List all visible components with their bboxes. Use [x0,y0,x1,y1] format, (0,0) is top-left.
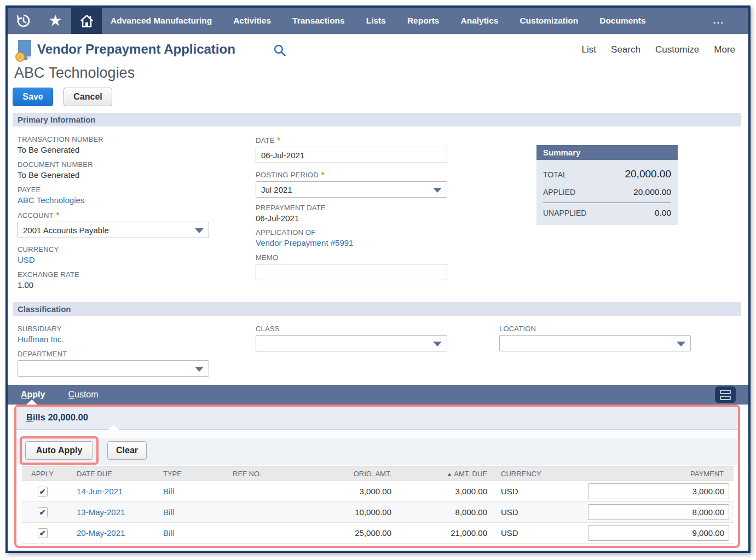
nav-item-activities[interactable]: Activities [233,16,271,26]
field-account: ACCOUNT* 2001 Accounts Payable [18,211,209,238]
amt-due-cell: 8,000.00 [397,502,493,523]
auto-apply-button[interactable]: Auto Apply [25,441,93,460]
apply-checkbox[interactable]: ✔ [38,507,48,517]
required-marker: * [278,136,281,145]
apply-checkbox[interactable]: ✔ [38,487,48,497]
nav-menu: Advanced Manufacturing Activities Transa… [111,16,646,26]
transaction-document-icon [15,39,34,65]
summary-header: Summary [536,145,678,160]
chevron-down-icon [677,342,685,347]
primary-information-section-header: Primary Information [13,113,741,126]
save-button[interactable]: Save [13,88,53,106]
chevron-down-icon [195,228,204,233]
column-ref-no[interactable]: REF NO. [216,466,309,481]
home-icon [79,14,94,28]
nav-item-reports[interactable]: Reports [407,16,440,26]
location-select[interactable] [499,335,691,351]
search-icon[interactable] [273,44,287,60]
date-input[interactable] [256,147,447,163]
field-subsidiary: SUBSIDIARY Huffman Inc. [18,325,64,344]
apply-checkbox[interactable]: ✔ [38,528,48,538]
summary-box: TOTAL 20,000.00 APPLIED 20,000.00 UNAPPL… [536,160,678,225]
nav-item-advanced-manufacturing[interactable]: Advanced Manufacturing [111,16,212,26]
summary-unapplied-label: UNAPPLIED [543,209,586,217]
column-orig-amt[interactable]: ORIG. AMT. [309,466,397,481]
amt-due-cell: 3,000.00 [397,481,493,502]
recent-records-icon[interactable] [8,8,39,34]
classification-section-header: Classification [13,302,741,316]
bill-type-link[interactable]: Bill [163,507,174,517]
memo-input[interactable] [256,264,447,280]
required-marker: * [321,170,325,179]
department-select[interactable] [18,360,209,377]
action-more[interactable]: More [714,44,735,55]
field-date: DATE* [256,136,447,163]
tab-custom[interactable]: Custom [68,390,98,400]
shortcuts-star-icon[interactable]: ★ [39,8,71,34]
summary-applied-value: 20,000.00 [633,187,671,197]
apply-tab-notch [26,400,37,405]
payment-input[interactable] [588,483,729,499]
column-date-due[interactable]: DATE DUE [63,466,151,481]
payment-input[interactable] [588,504,729,520]
column-currency[interactable]: CURRENCY [493,466,556,481]
checkmark-icon: ✔ [39,509,46,516]
nav-more-button[interactable]: ... [713,15,748,26]
cancel-button[interactable]: Cancel [64,88,112,106]
application-of-link[interactable]: Vendor Prepayment #5991 [256,238,353,247]
field-department: DEPARTMENT [18,350,209,377]
posting-period-select[interactable]: Jul 2021 [256,181,447,198]
action-customize[interactable]: Customize [655,44,699,55]
field-exchange-rate: EXCHANGE RATE 1.00 [18,270,79,290]
action-search[interactable]: Search [611,44,640,55]
orig-amt-cell: 3,000.00 [309,481,397,502]
nav-item-analytics[interactable]: Analytics [460,16,498,26]
checkmark-icon: ✔ [39,488,46,495]
account-select[interactable]: 2001 Accounts Payable [18,222,209,238]
payment-input[interactable] [588,525,729,541]
nav-item-lists[interactable]: Lists [366,16,386,26]
field-payee: PAYEE ABC Technologies [18,186,84,205]
payee-link[interactable]: ABC Technologies [18,195,84,205]
column-type[interactable]: TYPE [151,466,216,481]
bill-date-link[interactable]: 20-May-2021 [77,528,125,538]
nav-item-documents[interactable]: Documents [599,16,645,26]
currency-link[interactable]: USD [18,255,35,264]
subtab-bills[interactable]: Bills 20,000.00 [26,412,88,423]
column-amt-due[interactable]: ▲AMT. DUE [397,466,493,481]
tab-apply[interactable]: Apply [21,390,45,400]
field-currency: CURRENCY USD [18,245,59,264]
bill-date-link[interactable]: 14-Jun-2021 [77,487,123,496]
field-location: LOCATION [499,325,691,351]
bills-table-header-row: APPLY DATE DUE TYPE REF NO. ORIG. AMT. ▲… [22,466,734,481]
summary-unapplied-value: 0.00 [655,208,671,218]
summary-total-label: TOTAL [543,170,567,179]
bill-date-link[interactable]: 13-May-2021 [77,507,125,517]
class-select[interactable] [256,335,447,351]
summary-total-value: 20,000.00 [625,168,671,180]
field-prepayment-date: PREPAYMENT DATE 06-Jul-2021 [256,204,326,223]
nav-item-transactions[interactable]: Transactions [292,16,345,26]
list-view-toggle-icon[interactable] [715,386,736,403]
bill-type-link[interactable]: Bill [163,528,174,538]
bills-strip-spacer [16,430,738,438]
nav-item-customization[interactable]: Customization [520,16,578,26]
field-class: CLASS [256,325,447,351]
home-tab[interactable] [71,8,102,34]
chevron-down-icon [433,342,442,347]
currency-cell: USD [493,523,556,544]
field-document-number: DOCUMENT NUMBER To Be Generated [18,160,93,180]
field-memo: MEMO [256,253,447,280]
clear-button[interactable]: Clear [107,441,147,460]
subsidiary-link[interactable]: Huffman Inc. [18,334,64,344]
column-payment[interactable]: PAYMENT [556,466,734,481]
bill-row: ✔ 14-Jun-2021 Bill 3,000.00 3,000.00 USD [22,481,734,502]
apply-tab-bar: Apply Custom [8,385,748,405]
sort-ascending-icon: ▲ [447,471,452,477]
action-list[interactable]: List [582,44,596,55]
bill-type-link[interactable]: Bill [163,487,174,496]
orig-amt-cell: 10,000.00 [309,502,397,523]
record-name: ABC Technologies [14,65,135,82]
checkmark-icon: ✔ [39,529,46,537]
chevron-down-icon [195,367,204,372]
